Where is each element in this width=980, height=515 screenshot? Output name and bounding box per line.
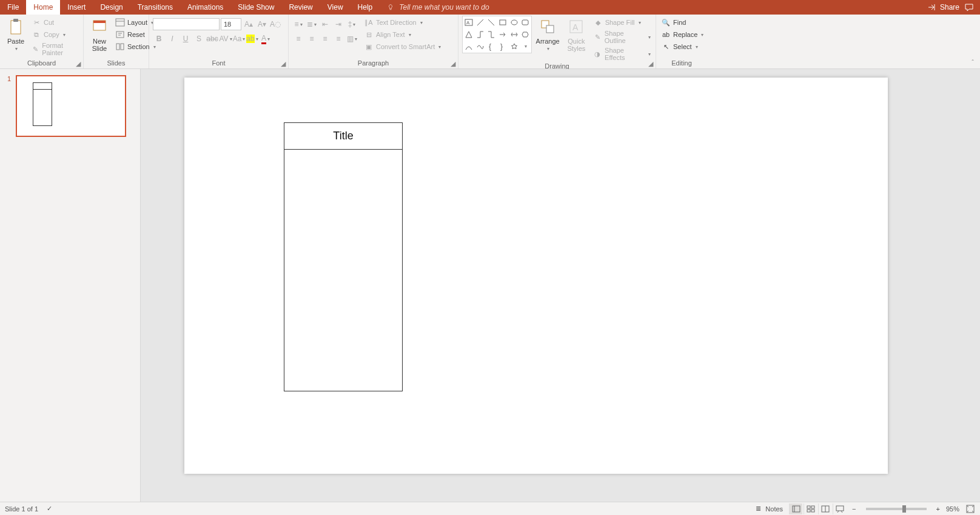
shape-rect-icon[interactable] [497,17,508,28]
paragraph-dialog-launcher[interactable]: ◢ [449,60,457,67]
cut-button[interactable]: ✂Cut [30,17,79,28]
smartart-button[interactable]: ▣Convert to SmartArt▾ [363,41,442,52]
shape-line2-icon[interactable] [486,17,497,28]
columns-button[interactable]: ▥▾ [346,33,358,45]
font-color-button[interactable]: A▾ [260,33,272,45]
tab-slideshow[interactable]: Slide Show [230,0,281,15]
zoom-slider-knob[interactable] [902,505,906,513]
select-button[interactable]: ↖Select▾ [660,41,705,52]
shape-textbox-icon[interactable]: A [463,17,474,28]
numbering-button[interactable]: ≣▾ [306,18,318,30]
arrange-button[interactable]: Arrange ▾ [534,16,561,53]
tab-home[interactable]: Home [26,0,60,15]
shape-connector-icon[interactable] [475,29,486,41]
strike-button[interactable]: abc [206,33,218,45]
align-right-button[interactable]: ≡ [319,33,331,45]
align-text-button[interactable]: ⊟Align Text▾ [363,29,442,40]
shape-doublearrow-icon[interactable] [509,29,520,41]
zoom-out-button[interactable]: − [852,505,856,513]
change-case-button[interactable]: Aa▾ [233,33,245,45]
format-painter-button[interactable]: ✎Format Painter [30,41,79,57]
shape-triangle-icon[interactable] [463,29,474,41]
shape-arrow-icon[interactable] [497,29,508,41]
increase-font-icon[interactable]: A▴ [243,18,255,30]
italic-button[interactable]: I [166,33,178,45]
increase-indent-button[interactable]: ⇥ [332,18,344,30]
clear-format-icon[interactable]: A◌ [269,18,281,30]
decrease-font-icon[interactable]: A▾ [256,18,268,30]
shape-effects-button[interactable]: ◑Shape Effects▾ [592,46,652,62]
new-slide-icon [90,17,109,36]
notes-icon: ≣ [753,504,763,514]
slide-thumbnail-1[interactable] [16,75,126,137]
quick-styles-button[interactable]: A Quick Styles [563,16,589,53]
shape-freeform-icon[interactable] [475,41,486,52]
share-icon [927,2,936,12]
shape-oval-icon[interactable] [509,17,520,28]
reading-view-button[interactable] [818,503,831,514]
shape-more-icon[interactable]: ▾ [520,41,531,52]
share-button[interactable]: Share [927,2,959,12]
shape-hexagon-icon[interactable] [520,29,531,41]
find-button[interactable]: 🔍Find [660,17,705,28]
char-spacing-button[interactable]: AV▾ [220,33,232,45]
shape-line-icon[interactable] [475,17,486,28]
fit-window-icon[interactable] [965,504,975,514]
tab-insert[interactable]: Insert [60,0,93,15]
justify-button[interactable]: ≡ [332,33,344,45]
tab-view[interactable]: View [320,0,351,15]
spellcheck-icon[interactable]: ✓ [44,504,54,514]
shape-star-icon[interactable] [509,41,520,52]
thumbnail-pane[interactable]: 1 [0,69,141,502]
copy-button[interactable]: ⧉Copy▾ [30,29,79,40]
shape-connector2-icon[interactable] [486,29,497,41]
notes-button[interactable]: ≣Notes [753,504,783,514]
align-center-button[interactable]: ≡ [306,33,318,45]
slide-canvas-area[interactable]: Title [141,69,980,502]
bold-button[interactable]: B [153,33,165,45]
table-title-cell[interactable]: Title [284,123,402,150]
zoom-level[interactable]: 95% [946,505,959,513]
highlight-button[interactable]: ab▾ [246,33,258,45]
decrease-indent-button[interactable]: ⇤ [319,18,331,30]
font-name-input[interactable] [153,18,220,30]
comments-icon[interactable] [964,2,974,12]
sorter-view-button[interactable] [804,503,817,514]
tab-design[interactable]: Design [93,0,130,15]
shapes-gallery[interactable]: A { } ▾ [462,16,532,53]
tab-review[interactable]: Review [281,0,320,15]
paste-button[interactable]: Paste ▾ [4,16,28,53]
group-font-label: Font [153,59,284,68]
tell-me-search[interactable]: Tell me what you want to do [380,0,495,15]
shadow-button[interactable]: S [193,33,205,45]
slide[interactable]: Title [184,78,888,474]
shape-brace-left-icon[interactable]: { [486,41,497,52]
slide-table-shape[interactable]: Title [284,122,403,391]
tab-animations[interactable]: Animations [180,0,230,15]
zoom-in-button[interactable]: + [936,505,940,513]
new-slide-button[interactable]: New Slide [87,16,112,53]
zoom-slider[interactable] [866,508,927,510]
shape-curve-icon[interactable] [463,41,474,52]
slideshow-view-button[interactable] [833,503,846,514]
clipboard-dialog-launcher[interactable]: ◢ [75,60,82,67]
slide-counter: Slide 1 of 1 [5,505,38,513]
text-direction-button[interactable]: ∥AText Direction▾ [363,17,442,28]
line-spacing-button[interactable]: ‡▾ [346,18,358,30]
tab-file[interactable]: File [0,0,26,15]
drawing-dialog-launcher[interactable]: ◢ [647,60,654,67]
replace-button[interactable]: abReplace▾ [660,29,705,40]
font-dialog-launcher[interactable]: ◢ [280,60,287,67]
tab-help[interactable]: Help [351,0,380,15]
shape-brace-right-icon[interactable]: } [497,41,508,52]
bullets-button[interactable]: ≡▾ [292,18,304,30]
shape-outline-button[interactable]: ✎Shape Outline▾ [592,29,652,45]
normal-view-button[interactable] [789,503,802,514]
font-size-input[interactable] [221,18,241,30]
shape-roundrect-icon[interactable] [520,17,531,28]
collapse-ribbon-icon[interactable]: ˆ [968,58,978,67]
align-left-button[interactable]: ≡ [292,33,304,45]
underline-button[interactable]: U [180,33,192,45]
tab-transitions[interactable]: Transitions [130,0,180,15]
shape-fill-button[interactable]: ◆Shape Fill▾ [592,17,652,28]
